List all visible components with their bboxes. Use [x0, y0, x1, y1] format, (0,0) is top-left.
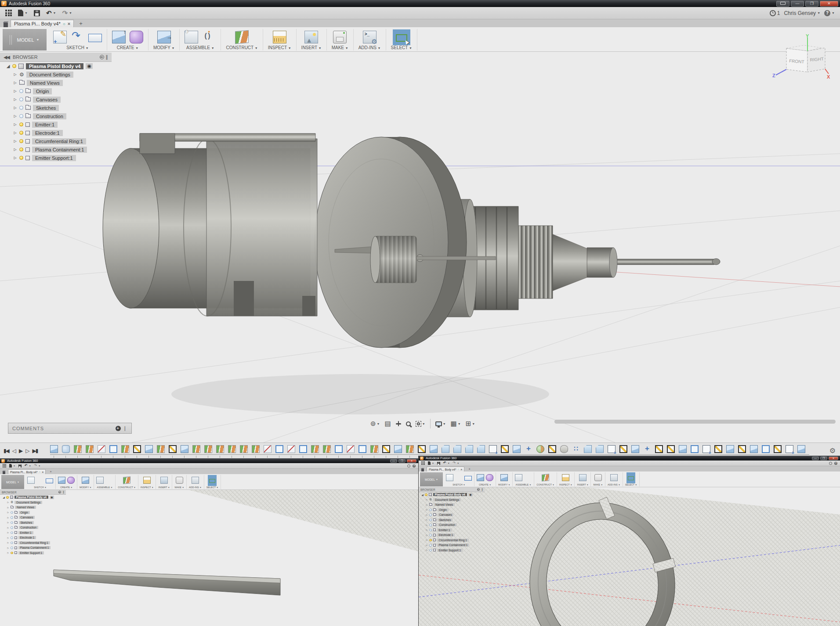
sub-right-viewport[interactable]: BROWSER ∥ ◢Plasma Pistol Body v4◉▷⚙Docum… [419, 487, 840, 626]
tree-item-construction[interactable]: ▷Construction [0, 525, 66, 530]
timeline-feature-fillet-21[interactable] [287, 445, 295, 453]
pan-tool[interactable] [396, 421, 401, 426]
form-tool-icon[interactable] [130, 31, 143, 43]
spline-tool-icon[interactable] [71, 31, 84, 43]
expander-icon[interactable]: ▷ [426, 508, 428, 511]
tree-item-emitter-support-1[interactable]: ▷Emitter Support:1 [419, 548, 485, 553]
ribbon-dropdown-add-ins[interactable]: ADD-INS ▼ [608, 483, 620, 486]
timeline-feature-sketch-8[interactable] [133, 445, 141, 453]
expander-icon[interactable]: ▷ [13, 106, 17, 110]
visibility-bulb-icon[interactable] [11, 542, 13, 544]
expander-icon[interactable]: ▷ [426, 544, 428, 547]
plane-tool-icon[interactable] [542, 474, 549, 481]
visibility-bulb-icon[interactable] [19, 131, 23, 135]
tree-item-emitter-1[interactable]: ▷Emitter:1 [419, 528, 485, 533]
tree-item-construction[interactable]: ▷Construction [0, 112, 112, 120]
browser-grip-icon[interactable]: ∥ [106, 54, 109, 60]
visibility-bulb-icon[interactable] [429, 549, 432, 552]
app-launcher-icon[interactable] [421, 461, 425, 465]
timeline-feature-form-2[interactable] [62, 445, 70, 453]
user-menu[interactable]: Chris Gensey▼ [784, 10, 820, 16]
ribbon-dropdown-sketch[interactable]: SKETCH ▼ [453, 483, 465, 486]
tree-item-sketches[interactable]: ▷Sketches [0, 520, 66, 525]
browser-minimize-icon[interactable] [100, 55, 104, 59]
zoom-tool[interactable] [406, 421, 411, 426]
timeline-feature-extrude-50[interactable] [631, 445, 639, 453]
timeline-feature-plane-17[interactable] [240, 445, 248, 453]
plane-tool-icon[interactable] [123, 476, 130, 484]
minimize-button[interactable]: — [390, 459, 397, 463]
timeline-feature-component-63[interactable] [786, 445, 793, 453]
new-component-tool-icon[interactable] [185, 31, 198, 43]
expander-icon[interactable]: ▷ [13, 122, 17, 126]
expander-icon[interactable]: ◢ [421, 493, 424, 496]
file-menu-button[interactable]: ▼ [9, 464, 15, 468]
measure-tool-icon[interactable] [562, 474, 569, 481]
tree-item-named-views[interactable]: ▷Named Views [419, 502, 485, 507]
canvas-tool-icon[interactable] [304, 31, 318, 43]
tree-item-circumferential-ring-1[interactable]: ▷Circumferential Ring:1 [0, 137, 112, 145]
undo-button[interactable]: ↶▼ [443, 461, 450, 465]
visibility-bulb-icon[interactable] [19, 97, 23, 101]
new-tab-button[interactable]: + [76, 20, 86, 27]
ribbon-dropdown-create[interactable]: CREATE ▼ [117, 45, 139, 50]
undo-button[interactable]: ↶▼ [46, 10, 56, 16]
visibility-bulb-icon[interactable] [11, 547, 13, 549]
print-tool-icon[interactable] [333, 31, 347, 43]
ribbon-dropdown-insert[interactable]: INSERT ▼ [301, 45, 322, 50]
timeline-skip-end-button[interactable]: ▶▮ [33, 448, 38, 454]
visibility-bulb-icon[interactable] [19, 114, 23, 118]
maximize-button[interactable]: ❐ [398, 459, 406, 463]
clock-icon[interactable] [829, 462, 832, 465]
visibility-bulb-icon[interactable] [19, 122, 23, 126]
tree-item-plasma-containment-1[interactable]: ▷Plasma Containment:1 [419, 543, 485, 548]
tree-item-origin[interactable]: ▷Origin [0, 87, 112, 95]
add-comment-icon[interactable]: + [116, 426, 121, 431]
file-menu-button[interactable]: ▼ [428, 461, 434, 465]
timeline-feature-sketch-52[interactable] [655, 445, 663, 453]
save-button[interactable] [437, 462, 440, 465]
timeline-feature-box-22[interactable] [299, 445, 307, 453]
tree-item-origin[interactable]: ▷Origin [419, 507, 485, 513]
viewports-tool[interactable]: ⊞▼ [466, 420, 475, 428]
select-tool-icon[interactable] [209, 479, 215, 483]
emitter-support-model[interactable] [54, 570, 280, 595]
close-button[interactable]: ✕ [829, 457, 838, 460]
tree-item-origin[interactable]: ▷Origin [0, 510, 66, 515]
visibility-bulb-icon[interactable] [429, 544, 432, 547]
visibility-bulb-icon[interactable] [429, 519, 432, 522]
help-icon[interactable]: ? [413, 464, 416, 468]
ribbon-dropdown-insert[interactable]: INSERT ▼ [577, 483, 588, 486]
visibility-bulb-icon[interactable] [11, 511, 13, 514]
timeline-feature-pipe-44[interactable] [560, 445, 568, 453]
visibility-bulb-icon[interactable] [19, 139, 23, 143]
redo-button[interactable]: ↷▼ [453, 461, 460, 465]
timeline-feature-box-25[interactable] [335, 445, 343, 453]
expander-icon[interactable]: ▷ [426, 518, 428, 521]
ribbon-dropdown-assemble[interactable]: ASSEMBLE ▼ [515, 483, 531, 486]
timeline-feature-sketch-32[interactable] [418, 445, 426, 453]
ribbon-dropdown-make[interactable]: MAKE ▼ [593, 483, 603, 486]
workspace-dropdown[interactable]: MODEL ▼ [3, 29, 47, 50]
ribbon-dropdown-assemble[interactable]: ASSEMBLE ▼ [186, 45, 214, 50]
timeline-feature-sketch-53[interactable] [667, 445, 675, 453]
create-sketch-tool-icon[interactable] [27, 477, 35, 484]
measure-tool-icon[interactable] [143, 477, 151, 484]
ribbon-dropdown-modify[interactable]: MODIFY ▼ [80, 486, 91, 489]
expander-icon[interactable]: ▷ [426, 549, 428, 551]
timeline-step-back-button[interactable]: ◁ [12, 448, 15, 454]
tree-item-named-views[interactable]: ▷Named Views [0, 79, 112, 87]
new-component-tool-icon[interactable] [515, 474, 522, 481]
visibility-bulb-icon[interactable] [11, 532, 13, 534]
timeline-feature-sketch-29[interactable] [382, 445, 390, 453]
spline-tool-icon[interactable] [455, 474, 463, 481]
ribbon-dropdown-add-ins[interactable]: ADD-INS ▼ [189, 486, 202, 489]
timeline-feature-chamfer-46[interactable] [584, 445, 592, 453]
timeline-play-button[interactable]: ▶ [19, 448, 22, 454]
visibility-bulb-icon[interactable] [12, 64, 16, 68]
maximize-button[interactable]: ❐ [820, 457, 827, 460]
timeline-feature-component-56[interactable] [702, 445, 710, 453]
timeline-feature-box-27[interactable] [358, 445, 366, 453]
document-tab[interactable]: Plasma Pi... Body v4* ○ × [8, 469, 46, 474]
timeline-feature-plane-3[interactable] [74, 445, 82, 453]
